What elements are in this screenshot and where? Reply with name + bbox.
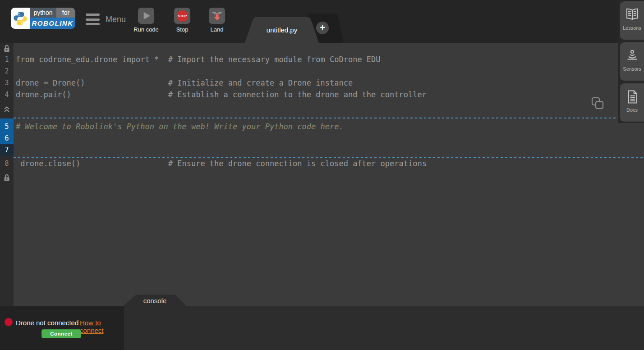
code-line: from codrone_edu.drone import * # Import… <box>14 54 381 65</box>
code-editor[interactable]: 1 2 3 4 5 6 7 8 from codrone_edu.drone i… <box>0 43 644 306</box>
run-code-label: Run code <box>131 26 161 33</box>
sidebar-item-sensors[interactable]: Sensors <box>620 42 644 81</box>
stop-sign-icon: STOP <box>174 8 190 24</box>
stop-sign-text: STOP <box>178 14 187 18</box>
line-number: 3 <box>0 77 14 89</box>
python-logo-icon <box>11 8 30 29</box>
line-number: 5 <box>0 121 14 132</box>
land-label: Land <box>202 26 232 33</box>
menu-button[interactable]: Menu <box>86 14 126 25</box>
line-number: 7 <box>0 144 14 156</box>
run-code-button[interactable]: Run code <box>131 8 161 33</box>
hamburger-icon <box>86 14 100 25</box>
line-number: 6 <box>0 132 14 144</box>
sidebar-label-lessons: Lessons <box>620 25 644 31</box>
connection-status-dot <box>5 318 13 326</box>
sidebar-item-docs[interactable]: Docs <box>620 83 644 122</box>
lock-icon <box>0 45 14 52</box>
logo-brand-label: ROBOLINK <box>30 18 75 29</box>
line-number: 4 <box>0 89 14 100</box>
app-window: python for ROBOLINK Menu Run code STOP <box>0 0 644 350</box>
logo-python-label: python <box>30 8 56 18</box>
sidebar-label-docs: Docs <box>620 107 644 113</box>
connect-button[interactable]: Connect <box>41 329 81 338</box>
sidebar-item-lessons[interactable]: Lessons <box>620 1 644 40</box>
plus-icon: + <box>316 21 329 34</box>
top-toolbar: python for ROBOLINK Menu Run code STOP <box>0 0 644 43</box>
copy-code-icon[interactable] <box>590 96 605 110</box>
document-icon <box>620 89 644 107</box>
land-button[interactable]: Land <box>202 8 232 33</box>
sidebar-label-sensors: Sensors <box>620 66 644 72</box>
connection-status-message: Drone not connected <box>16 319 78 327</box>
line-number: 2 <box>0 65 14 77</box>
right-sidebar: Lessons Sensors <box>618 0 644 123</box>
console-panel <box>124 306 644 350</box>
logo-for-label: for <box>56 8 75 18</box>
signal-icon <box>620 48 644 66</box>
connection-statusbar: Drone not connected How to connect Conne… <box>0 306 124 350</box>
robolink-logo: python for ROBOLINK <box>11 8 75 29</box>
tab-untitled-py[interactable]: untitled.py <box>245 17 319 43</box>
drone-land-icon <box>209 8 225 24</box>
stop-label: Stop <box>167 26 197 33</box>
lock-icon <box>0 174 14 182</box>
stop-button[interactable]: STOP Stop <box>167 8 197 33</box>
play-icon <box>138 8 154 24</box>
code-line: drone.pair() # Establish a connection to… <box>14 89 427 100</box>
code-line: drone = Drone() # Initialize and create … <box>14 77 353 89</box>
book-icon <box>620 7 644 25</box>
code-line-editable[interactable]: # Welcome to Robolink's Python on the we… <box>14 121 344 132</box>
collapse-chevrons-icon[interactable] <box>0 105 14 113</box>
line-number: 8 <box>0 158 14 169</box>
how-to-connect-link[interactable]: How to connect <box>80 319 124 334</box>
editable-region-top-boundary <box>14 118 618 118</box>
line-number: 1 <box>0 54 14 65</box>
logo-text-block: python for ROBOLINK <box>30 8 75 29</box>
code-line: drone.close() # Ensure the drone connect… <box>14 158 427 169</box>
menu-label: Menu <box>106 15 126 24</box>
